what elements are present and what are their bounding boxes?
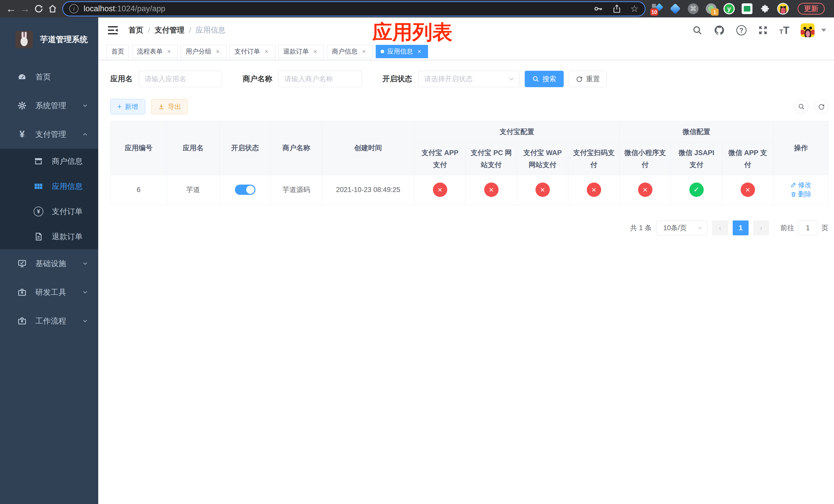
document-icon	[33, 232, 44, 241]
export-button[interactable]: 导出	[151, 99, 188, 114]
sidebar-collapse-icon[interactable]	[107, 26, 118, 35]
app-name-label: 应用名	[110, 74, 133, 84]
col-app-name: 应用名	[167, 121, 220, 175]
merchant-name-input[interactable]	[279, 71, 362, 87]
close-icon[interactable]	[311, 48, 319, 55]
goto-page-input[interactable]	[798, 221, 818, 235]
pagination: 共 1 条 10条/页 1 前往 页	[110, 221, 828, 235]
extension-avatar-icon[interactable]: 1	[705, 3, 717, 15]
browser-reload-icon[interactable]	[32, 2, 46, 16]
app-name-input[interactable]	[139, 71, 222, 87]
channel-status-icon: ×	[484, 183, 499, 197]
sidebar-item-refund-order[interactable]: 退款订单	[0, 224, 98, 249]
sidebar-item-home[interactable]: 首页	[0, 63, 98, 91]
status-toggle[interactable]	[235, 185, 256, 195]
status-select-input[interactable]	[418, 71, 520, 87]
close-icon[interactable]	[415, 48, 423, 55]
sidebar-item-payment[interactable]: ¥ 支付管理	[0, 120, 98, 149]
extension-command-icon[interactable]: ⌘	[687, 3, 699, 15]
sidebar-item-workflow[interactable]: 工作流程	[0, 306, 98, 335]
goto-label: 前往	[781, 223, 794, 232]
user-avatar[interactable]	[801, 23, 814, 37]
table-row: 6 芋道 芋道源码 2021-10-23 08:49:25 × × × × × …	[111, 175, 829, 205]
delete-link[interactable]: 删除	[790, 190, 811, 199]
search-button[interactable]: 搜索	[525, 71, 564, 87]
col-app-id: 应用编号	[111, 121, 167, 175]
yen-icon: ¥	[16, 130, 28, 139]
site-info-icon[interactable]: i	[69, 4, 79, 13]
add-button[interactable]: 新增	[110, 99, 145, 114]
status-select[interactable]	[418, 71, 520, 87]
reset-button[interactable]: 重置	[569, 71, 607, 87]
url-text: localhost:1024/pay/app	[84, 4, 166, 13]
tab-pay-order[interactable]: 支付订单	[229, 45, 275, 58]
col-alipay-qr: 支付宝扫码支付	[568, 143, 620, 175]
app-window: 芋道管理系统 首页 系统管理 ¥ 支付管理	[0, 18, 834, 504]
browser-forward-icon[interactable]: →	[18, 2, 32, 16]
breadcrumb-home[interactable]: 首页	[129, 25, 144, 36]
page-number-button[interactable]: 1	[733, 221, 749, 235]
sidebar-item-app-info[interactable]: 应用信息	[0, 174, 98, 199]
sidebar-item-system[interactable]: 系统管理	[0, 91, 98, 120]
extension-tasks-icon[interactable]: 10	[652, 3, 663, 15]
col-wechat-lite: 微信小程序支付	[620, 143, 671, 175]
browser-toolbar: ← → i localhost:1024/pay/app ☆ 10 ⌘ 1	[0, 0, 834, 18]
chevron-down-icon	[82, 102, 88, 109]
font-size-icon[interactable]	[780, 25, 789, 36]
share-icon[interactable]	[612, 4, 622, 14]
github-icon[interactable]	[714, 25, 725, 36]
close-icon[interactable]	[263, 48, 270, 55]
sidebar-item-label: 退款订单	[52, 231, 83, 242]
extension-chat-icon[interactable]	[741, 3, 753, 15]
chevron-down-icon	[697, 225, 703, 231]
channel-status-icon: ✓	[689, 183, 704, 197]
sidebar-item-merchant-info[interactable]: 商户信息	[0, 149, 98, 174]
tab-merchant-info[interactable]: 商户信息	[327, 45, 373, 58]
sidebar-item-infrastructure[interactable]: 基础设施	[0, 249, 98, 278]
annotation-app-list: 应用列表	[372, 19, 453, 46]
grid-icon	[33, 182, 44, 191]
tab-app-info[interactable]: 应用信息	[376, 45, 428, 58]
sidebar-item-pay-order[interactable]: 支付订单	[0, 199, 98, 224]
sidebar-item-label: 基础设施	[36, 258, 66, 269]
browser-back-icon[interactable]: ←	[4, 2, 18, 16]
refresh-icon[interactable]	[814, 100, 828, 114]
password-key-icon[interactable]	[593, 4, 603, 14]
tab-user-group[interactable]: 用户分组	[181, 45, 226, 58]
browser-address-bar[interactable]: i localhost:1024/pay/app ☆	[63, 2, 645, 16]
search-icon[interactable]	[692, 25, 702, 36]
toolbox-icon	[16, 316, 28, 326]
sidebar-item-label: 工作流程	[36, 316, 66, 326]
cell-app-name: 芋道	[167, 175, 220, 205]
pay-circle-icon	[33, 207, 44, 216]
extensions-puzzle-icon[interactable]	[759, 3, 771, 15]
avatar-caret-icon[interactable]	[821, 29, 826, 32]
prev-page-button[interactable]	[712, 221, 728, 235]
extensions-area: 10 ⌘ 1 y 更新 ⋮	[652, 3, 834, 15]
gear-icon	[16, 101, 28, 110]
bookmark-star-icon[interactable]: ☆	[630, 3, 639, 14]
help-icon[interactable]: ?	[736, 25, 747, 36]
fullscreen-icon[interactable]	[758, 25, 768, 36]
browser-home-icon[interactable]	[46, 2, 60, 16]
sidebar-item-dev-tools[interactable]: 研发工具	[0, 278, 98, 306]
page-size-select[interactable]: 10条/页	[656, 221, 707, 235]
col-status: 开启状态	[220, 121, 271, 175]
close-icon[interactable]	[214, 48, 222, 55]
breadcrumb-payment[interactable]: 支付管理	[155, 25, 184, 36]
close-icon[interactable]	[165, 48, 173, 55]
tab-process-form[interactable]: 流程表单	[132, 45, 178, 58]
sidebar-logo[interactable]: 芋道管理系统	[0, 18, 98, 62]
browser-update-button[interactable]: 更新	[797, 3, 825, 15]
edit-link[interactable]: 修改	[790, 181, 811, 189]
close-icon[interactable]	[360, 48, 368, 55]
tab-home[interactable]: 首页	[106, 45, 129, 58]
profile-emoji-icon[interactable]	[777, 3, 789, 15]
extension-y-icon[interactable]: y	[723, 3, 735, 15]
tab-refund-order[interactable]: 退款订单	[278, 45, 324, 58]
toggle-search-icon[interactable]	[794, 100, 808, 114]
extension-gem-icon[interactable]	[670, 3, 681, 15]
sidebar-item-label: 支付订单	[52, 206, 83, 217]
next-page-button[interactable]	[753, 221, 769, 235]
chevron-down-icon	[82, 318, 88, 324]
